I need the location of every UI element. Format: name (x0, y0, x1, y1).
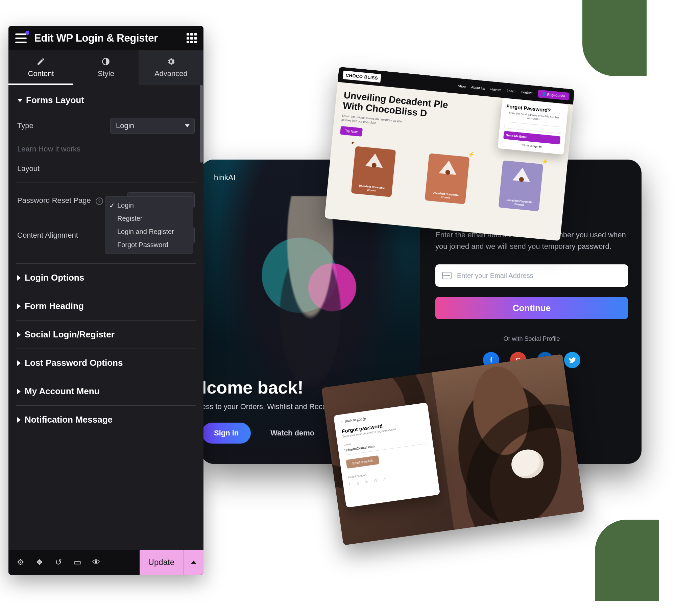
tab-advanced[interactable]: Advanced (139, 50, 203, 85)
register-button[interactable]: 👤 Registration (537, 90, 570, 100)
nav-learn[interactable]: Learn (507, 89, 516, 93)
menu-icon[interactable] (15, 33, 27, 43)
history-icon[interactable]: ↺ (54, 558, 63, 567)
twitter-icon[interactable] (564, 352, 580, 368)
tab-content[interactable]: Content (8, 50, 73, 85)
update-button[interactable]: Update (140, 550, 183, 575)
decor-green-top (582, 0, 647, 76)
type-dropdown: Login Register Login and Register Forgot… (105, 196, 193, 254)
watch-demo-button[interactable]: Watch demo (258, 423, 327, 444)
in-icon[interactable]: in (365, 480, 368, 484)
settings-icon[interactable]: ⚙ (16, 558, 25, 567)
nav-flavors[interactable]: Flavors (490, 87, 502, 92)
chevron-down-icon (17, 99, 23, 102)
editor-header: Edit WP Login & Register (8, 26, 203, 50)
option-login-register[interactable]: Login and Register (105, 225, 193, 238)
decor-green-bottom (595, 520, 659, 601)
email-placeholder: Enter your Email Address (457, 272, 533, 280)
signin-button[interactable]: Sign in (202, 423, 251, 444)
chevron-down-icon (185, 124, 190, 127)
learn-how-link[interactable]: Learn How it works (16, 139, 196, 160)
row-type: Type Login (16, 113, 196, 139)
section-notification[interactable]: Notification Message (16, 405, 196, 434)
chevron-right-icon (17, 332, 21, 337)
tab-style[interactable]: Style (73, 50, 138, 85)
section-forms-layout[interactable]: Forms Layout (16, 85, 196, 113)
option-register[interactable]: Register (105, 212, 193, 225)
layout-label: Layout (17, 164, 195, 173)
nav-about[interactable]: About Us (471, 85, 485, 90)
product-pack-3: ⚡Decadent Chocolate Crunch (499, 160, 544, 211)
update-options-button[interactable] (183, 550, 203, 575)
chevron-right-icon (17, 389, 21, 394)
product-pack-1: ✦Decadent Chocolate Crunch (351, 146, 396, 197)
fb-icon[interactable]: f (349, 482, 351, 487)
choco-card: CHOCO BLISS Shop About Us Flavors Learn … (324, 67, 575, 241)
option-forgot[interactable]: Forgot Password (105, 238, 193, 252)
brown-card-body: ← Back to Log in Forgot password Enter y… (334, 402, 440, 507)
brown-forgot-card: ← Back to Log in Forgot password Enter y… (321, 354, 584, 545)
editor-tabs: Content Style Advanced (8, 50, 203, 85)
section-lost-password[interactable]: Lost Password Options (16, 349, 196, 377)
editor-body: Forms Layout Type Login Learn How it wor… (8, 85, 203, 551)
portrait-image (432, 354, 585, 530)
editor-panel: Edit WP Login & Register Content Style A… (8, 26, 203, 575)
choco-logo: CHOCO BLISS (343, 71, 381, 83)
try-now-button[interactable]: Try Now (340, 126, 363, 137)
section-social-login[interactable]: Social Login/Register (16, 320, 196, 349)
email-input[interactable]: Enter your Email Address (435, 264, 628, 287)
section-my-account[interactable]: My Account Menu (16, 377, 196, 405)
chevron-up-icon (191, 561, 196, 564)
email-reset-button[interactable]: Email reset link (346, 455, 380, 469)
row-layout: Layout (16, 160, 196, 178)
responsive-icon[interactable]: ▭ (73, 558, 82, 567)
choco-forgot-popover: Forgot Password? Enter the email address… (498, 98, 568, 155)
editor-title: Edit WP Login & Register (34, 32, 187, 44)
type-label: Type (17, 121, 110, 130)
or-divider: Or with Social Profile (435, 335, 628, 342)
section-form-heading[interactable]: Form Heading (16, 292, 196, 320)
help-icon[interactable]: ? (96, 197, 103, 205)
nav-contact[interactable]: Contact (521, 90, 532, 95)
scrollbar[interactable] (200, 85, 203, 163)
tw-icon[interactable]: 𝕏 (356, 481, 360, 486)
layers-icon[interactable]: ❖ (35, 558, 44, 567)
section-login-options[interactable]: Login Options (16, 263, 196, 292)
chevron-right-icon (17, 304, 21, 309)
brown-social-row: f 𝕏 in G ◌ (349, 471, 431, 487)
chevron-right-icon (17, 360, 21, 366)
brand-label: hinkAI (214, 173, 236, 182)
g-icon[interactable]: G (374, 478, 377, 483)
wa-icon[interactable]: ◌ (383, 477, 387, 482)
product-pack-2: ⚡Decadent Chocolate Crunch (425, 153, 469, 204)
continue-button[interactable]: Continue (435, 297, 628, 319)
flower-accent (510, 448, 546, 480)
type-select[interactable]: Login (110, 118, 195, 134)
chevron-right-icon (17, 275, 21, 281)
preview-icon[interactable]: 👁 (92, 558, 101, 567)
mail-icon (442, 272, 452, 279)
chevron-right-icon (17, 417, 21, 423)
widgets-icon[interactable] (187, 33, 197, 43)
divider (16, 183, 196, 183)
editor-footer: ⚙ ❖ ↺ ▭ 👁 Update (8, 550, 203, 575)
option-login[interactable]: Login (105, 199, 193, 212)
nav-shop[interactable]: Shop (458, 84, 466, 88)
